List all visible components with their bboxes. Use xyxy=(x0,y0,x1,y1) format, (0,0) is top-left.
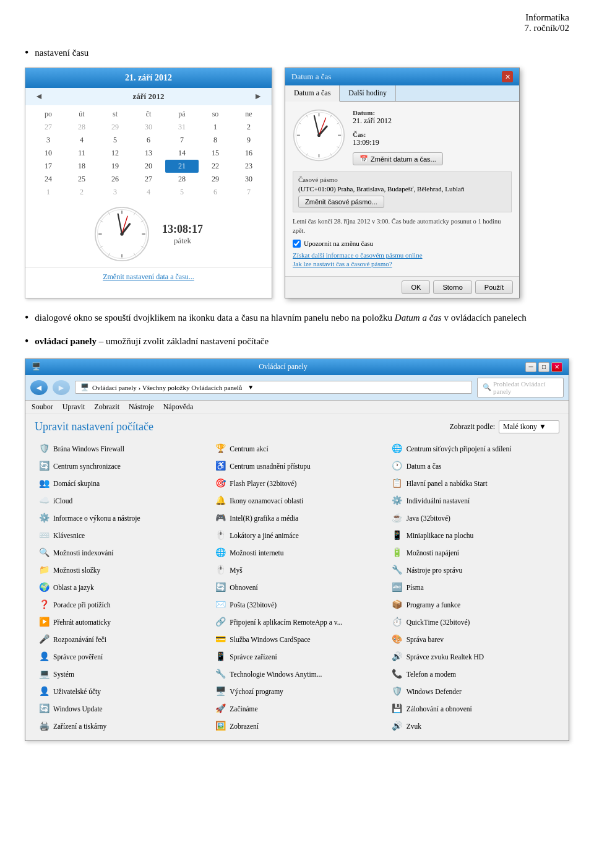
panel-item-programy[interactable]: 📦Programy a funkce xyxy=(388,597,559,613)
cal-day[interactable]: 27 xyxy=(32,121,65,134)
panel-item-zarizeni-tiskarny[interactable]: 🖨️Zařízení a tiskárny xyxy=(35,718,206,734)
panel-item-zobrazeni[interactable]: 🖼️Zobrazení xyxy=(211,718,382,734)
cal-day[interactable]: 27 xyxy=(132,173,165,186)
panel-item-miniaplikace[interactable]: 📱Miniaplikace na plochu xyxy=(388,527,559,544)
cal-day[interactable]: 22 xyxy=(199,160,232,173)
panel-item-obnoveni[interactable]: 🔄Obnovení xyxy=(211,579,382,596)
cancel-button[interactable]: Storno xyxy=(433,280,471,294)
panel-item-icloud[interactable]: ☁️iCloud xyxy=(35,493,206,509)
panel-item-zvuk[interactable]: 🔊Zvuk xyxy=(388,718,559,734)
panel-item-oblast[interactable]: 🌍Oblast a jazyk xyxy=(35,579,206,596)
panel-item-sprava-barev[interactable]: 🎨Správa barev xyxy=(388,631,559,648)
panel-item-zacinane[interactable]: 🚀Začínáme xyxy=(211,701,382,717)
panel-item-mys[interactable]: 🖱️Myš xyxy=(211,562,382,578)
cal-day[interactable]: 5 xyxy=(165,186,199,199)
view-dropdown[interactable]: Malé ikony ▼ xyxy=(499,420,559,433)
cal-day[interactable]: 13 xyxy=(132,147,165,160)
panel-item-moznosti-int[interactable]: 🌐Možnosti internetu xyxy=(211,545,382,561)
timezone-online-link[interactable]: Získat další informace o časovém pásmu o… xyxy=(293,251,512,259)
apply-button[interactable]: Použít xyxy=(475,280,513,294)
cal-day[interactable]: 7 xyxy=(165,134,199,147)
panel-item-datum[interactable]: 🕐Datum a čas xyxy=(388,458,559,474)
ok-button[interactable]: OK xyxy=(402,280,430,294)
panel-item-lokatory[interactable]: 🖱️Lokátory a jiné animáce xyxy=(211,527,382,544)
cal-day[interactable]: 3 xyxy=(98,186,132,199)
panel-item-windows-defender[interactable]: 🛡️Windows Defender xyxy=(388,684,559,700)
panel-item-hlavni-panel[interactable]: 📋Hlavní panel a nabídka Start xyxy=(388,475,559,492)
panel-item-centrum-sitovych[interactable]: 🌐Centrum síťových připojení a sdílení xyxy=(388,441,559,457)
forward-button[interactable]: ► xyxy=(53,380,70,395)
window-close-button[interactable]: ✕ xyxy=(551,362,562,372)
cal-day[interactable]: 25 xyxy=(65,173,98,186)
cal-day[interactable]: 4 xyxy=(65,134,98,147)
minimize-button[interactable]: ─ xyxy=(525,362,536,372)
panel-item-synchronizace[interactable]: 🔄Centrum synchronizace xyxy=(35,458,206,474)
cal-day[interactable]: 2 xyxy=(232,121,265,134)
cal-day[interactable]: 19 xyxy=(98,160,132,173)
panel-item-individualni[interactable]: ⚙️Individuální nastavení xyxy=(388,493,559,509)
back-button[interactable]: ◄ xyxy=(30,380,48,395)
panel-item-domaci[interactable]: 👥Domácí skupina xyxy=(35,475,206,492)
cal-day[interactable]: 6 xyxy=(199,186,232,199)
cal-day-today[interactable]: 21 xyxy=(165,160,199,173)
cal-day[interactable]: 9 xyxy=(232,134,265,147)
search-placeholder[interactable]: Prohledat Ovládací panely xyxy=(493,380,558,395)
maximize-button[interactable]: □ xyxy=(538,362,549,372)
panel-item-posta[interactable]: ✉️Pošta (32bitové) xyxy=(211,597,382,613)
panel-item-intel[interactable]: 🎮Intel(R) grafika a média xyxy=(211,510,382,526)
cal-day[interactable]: 11 xyxy=(65,147,98,160)
panel-item-rozpoznavani[interactable]: 🎤Rozpoznávání řeči xyxy=(35,631,206,648)
cal-day[interactable]: 20 xyxy=(132,160,165,173)
cal-day[interactable]: 26 xyxy=(98,173,132,186)
menu-nastroje[interactable]: Nástroje xyxy=(129,402,154,412)
panel-item-windows-update[interactable]: 🔄Windows Update xyxy=(35,701,206,717)
dialog-close-button[interactable]: ✕ xyxy=(502,71,513,82)
cal-day[interactable]: 10 xyxy=(32,147,65,160)
panel-item-pisma[interactable]: 🔤Písma xyxy=(388,579,559,596)
cal-day[interactable]: 4 xyxy=(132,186,165,199)
panel-item-telefon[interactable]: 📞Telefon a modem xyxy=(388,666,559,682)
change-timezone-button[interactable]: Změnit časové pásmo... xyxy=(298,196,384,208)
panel-item-klavesnice[interactable]: ⌨️Klávesnice xyxy=(35,527,206,544)
cal-day[interactable]: 28 xyxy=(165,173,199,186)
panel-item-brana[interactable]: 🛡️Brána Windows Firewall xyxy=(35,441,206,457)
prev-month-button[interactable]: ◄ xyxy=(35,92,43,102)
panel-item-prehrat[interactable]: ▶️Přehrát automaticky xyxy=(35,614,206,630)
panel-item-spravce-zarizeni[interactable]: 📱Správce zařízení xyxy=(211,649,382,665)
panel-item-ikony[interactable]: 🔔Ikony oznamovací oblasti xyxy=(211,493,382,509)
cal-day[interactable]: 31 xyxy=(165,121,199,134)
menu-napoveda[interactable]: Nápověda xyxy=(163,402,194,412)
menu-soubor[interactable]: Soubor xyxy=(32,402,53,412)
dialog-tab2[interactable]: Další hodiny xyxy=(340,85,396,101)
cal-day[interactable]: 29 xyxy=(98,121,132,134)
cal-day[interactable]: 6 xyxy=(132,134,165,147)
panel-item-uzivatelske[interactable]: 👤Uživatelské účty xyxy=(35,684,206,700)
cal-day[interactable]: 5 xyxy=(98,134,132,147)
panel-item-spravce-zvuku[interactable]: 🔊Správce zvuku Realtek HD xyxy=(388,649,559,665)
menu-upravit[interactable]: Upravit xyxy=(62,402,85,412)
cal-day[interactable]: 18 xyxy=(65,160,98,173)
next-month-button[interactable]: ► xyxy=(254,92,262,102)
cal-day[interactable]: 12 xyxy=(98,147,132,160)
panel-item-nastroje[interactable]: 🔧Nástroje pro správu xyxy=(388,562,559,578)
panel-item-moznosti-ind[interactable]: 🔍Možnosti indexování xyxy=(35,545,206,561)
cal-day[interactable]: 15 xyxy=(199,147,232,160)
panel-item-technologie[interactable]: 🔧Technologie Windows Anytim... xyxy=(211,666,382,682)
panel-item-quicktime[interactable]: ⏱️QuickTime (32bitové) xyxy=(388,614,559,630)
panel-item-zalohovani[interactable]: 💾Zálohování a obnovení xyxy=(388,701,559,717)
datetime-howto-link[interactable]: Jak lze nastavit čas a časové pásmo? xyxy=(293,260,512,267)
panel-item-poradce[interactable]: ❓Poradce při potížích xyxy=(35,597,206,613)
panel-item-moznosti-nap[interactable]: 🔋Možnosti napájení xyxy=(388,545,559,561)
cal-day[interactable]: 30 xyxy=(232,173,265,186)
cal-day[interactable]: 1 xyxy=(199,121,232,134)
panel-item-usnadneni[interactable]: ♿Centrum usnadnění přístupu xyxy=(211,458,382,474)
panel-item-flash[interactable]: 🎯Flash Player (32bitové) xyxy=(211,475,382,492)
cal-day[interactable]: 17 xyxy=(32,160,65,173)
cal-day[interactable]: 30 xyxy=(132,121,165,134)
cal-day[interactable]: 14 xyxy=(165,147,199,160)
dst-reminder-checkbox[interactable] xyxy=(293,240,301,248)
change-datetime-button[interactable]: 📅 Změnit datum a čas... xyxy=(353,152,443,165)
menu-zobrazit[interactable]: Zobrazit xyxy=(94,402,119,412)
panel-item-moznosti-slozky[interactable]: 📁Možnosti složky xyxy=(35,562,206,578)
cal-day[interactable]: 29 xyxy=(199,173,232,186)
